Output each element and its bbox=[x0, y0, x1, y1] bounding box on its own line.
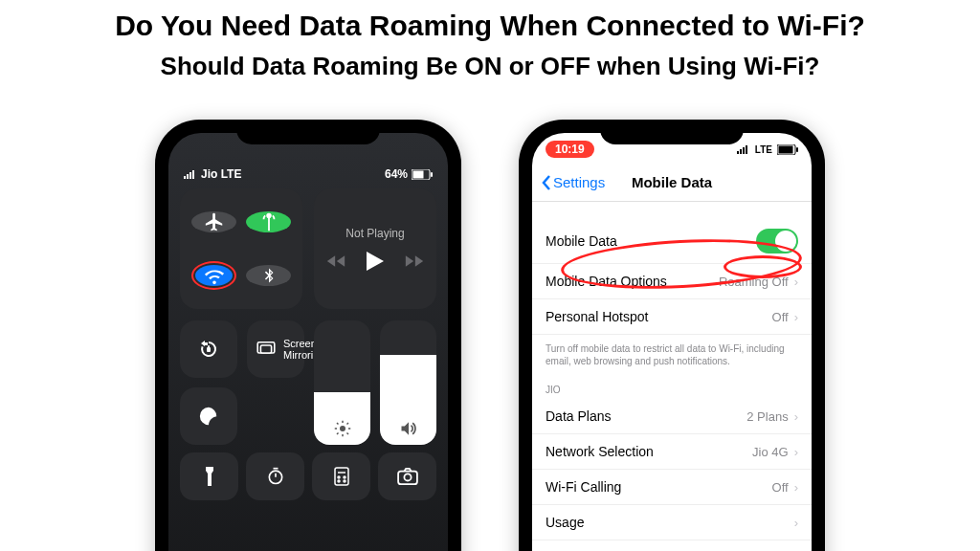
media-tile[interactable]: Not Playing bbox=[314, 188, 436, 309]
signal-icon bbox=[737, 144, 750, 154]
svg-rect-6 bbox=[431, 172, 433, 177]
page-heading-2: Should Data Roaming Be ON or OFF when Us… bbox=[0, 52, 980, 81]
connectivity-tile[interactable] bbox=[180, 188, 302, 309]
svg-line-17 bbox=[337, 433, 339, 435]
svg-line-15 bbox=[337, 423, 339, 425]
row-label: Data Plans bbox=[546, 408, 611, 424]
battery-icon bbox=[412, 169, 433, 180]
row-mobile-data-options[interactable]: Mobile Data Options Roaming Off › bbox=[532, 264, 812, 299]
chevron-right-icon: › bbox=[794, 275, 798, 289]
row-value: 2 Plans bbox=[746, 409, 788, 424]
nav-bar: Settings Mobile Data bbox=[532, 164, 812, 202]
back-label: Settings bbox=[553, 174, 605, 190]
prev-track-icon[interactable] bbox=[326, 254, 345, 268]
row-personal-hotspot[interactable]: Personal Hotspot Off › bbox=[532, 299, 812, 335]
svg-rect-9 bbox=[260, 345, 271, 353]
svg-point-10 bbox=[340, 426, 345, 431]
nav-title: Mobile Data bbox=[632, 174, 712, 190]
row-usage[interactable]: Usage › bbox=[532, 505, 812, 540]
volume-icon bbox=[380, 420, 436, 437]
brightness-slider[interactable] bbox=[314, 320, 370, 445]
chevron-right-icon: › bbox=[794, 445, 798, 459]
svg-rect-31 bbox=[740, 149, 742, 154]
screen-mirroring-button[interactable]: Screen Mirroring bbox=[247, 320, 304, 378]
battery-icon bbox=[777, 144, 798, 155]
row-value: Roaming Off bbox=[719, 275, 789, 289]
row-mobile-data[interactable]: Mobile Data bbox=[532, 219, 812, 264]
row-label: Wi-Fi Calling bbox=[546, 479, 621, 495]
chevron-left-icon bbox=[542, 175, 551, 190]
chevron-right-icon: › bbox=[794, 310, 798, 324]
row-label: Personal Hotspot bbox=[546, 309, 648, 324]
battery-percent: 64% bbox=[385, 167, 408, 181]
row-label: Usage bbox=[546, 515, 584, 530]
svg-point-29 bbox=[404, 474, 411, 480]
left-phone-frame: Jio LTE 64% bbox=[155, 120, 461, 551]
notch bbox=[600, 120, 744, 144]
calculator-button[interactable] bbox=[312, 452, 370, 500]
status-time: 10:19 bbox=[546, 141, 594, 158]
chevron-right-icon: › bbox=[794, 480, 798, 495]
mobile-data-toggle[interactable] bbox=[756, 229, 798, 253]
svg-line-18 bbox=[346, 423, 348, 425]
wifi-button[interactable] bbox=[195, 265, 233, 286]
row-label: Mobile Data bbox=[546, 233, 617, 249]
control-center: Jio LTE 64% bbox=[168, 133, 448, 551]
svg-rect-33 bbox=[746, 145, 747, 154]
camera-button[interactable] bbox=[378, 452, 436, 500]
lte-label: LTE bbox=[755, 144, 772, 155]
page-heading-1: Do You Need Data Roaming When Connected … bbox=[0, 10, 980, 42]
volume-slider[interactable] bbox=[380, 320, 436, 445]
svg-point-25 bbox=[344, 476, 345, 478]
chevron-right-icon: › bbox=[794, 516, 798, 530]
svg-rect-30 bbox=[737, 151, 739, 154]
svg-rect-2 bbox=[189, 172, 191, 179]
svg-rect-22 bbox=[335, 468, 348, 485]
svg-rect-1 bbox=[187, 174, 189, 179]
row-value: Jio 4G bbox=[752, 445, 789, 459]
brightness-icon bbox=[314, 420, 370, 437]
svg-rect-7 bbox=[207, 347, 211, 352]
carrier-label: Jio LTE bbox=[201, 167, 241, 181]
svg-line-16 bbox=[346, 433, 348, 435]
wifi-highlight-ring bbox=[191, 261, 236, 290]
svg-rect-36 bbox=[796, 147, 798, 152]
do-not-disturb-button[interactable] bbox=[180, 387, 237, 445]
next-track-icon[interactable] bbox=[405, 254, 424, 268]
chevron-right-icon: › bbox=[794, 409, 798, 424]
row-value: Off bbox=[772, 480, 789, 495]
bluetooth-button[interactable] bbox=[246, 265, 291, 286]
svg-rect-0 bbox=[184, 176, 186, 179]
back-button[interactable]: Settings bbox=[542, 174, 605, 190]
screen-mirror-icon bbox=[256, 342, 276, 357]
rotation-lock-button[interactable] bbox=[180, 320, 237, 378]
row-label: Network Selection bbox=[546, 444, 654, 459]
settings-screen: 10:19 LTE bbox=[532, 133, 812, 551]
svg-rect-5 bbox=[413, 170, 424, 178]
svg-point-26 bbox=[338, 480, 340, 482]
svg-rect-3 bbox=[192, 170, 194, 179]
svg-point-24 bbox=[338, 476, 340, 478]
timer-button[interactable] bbox=[246, 452, 304, 500]
notch bbox=[236, 120, 380, 144]
svg-rect-32 bbox=[743, 147, 745, 154]
cellular-button[interactable] bbox=[246, 211, 291, 232]
svg-rect-35 bbox=[779, 145, 793, 153]
section-header: JIO bbox=[532, 381, 812, 399]
row-value: Off bbox=[772, 310, 789, 324]
row-label: Mobile Data Options bbox=[546, 274, 667, 289]
airplane-mode-button[interactable] bbox=[191, 211, 236, 232]
play-icon[interactable] bbox=[367, 252, 384, 271]
media-label: Not Playing bbox=[345, 227, 404, 240]
row-data-plans[interactable]: Data Plans 2 Plans › bbox=[532, 399, 812, 434]
footer-note: Turn off mobile data to restrict all dat… bbox=[532, 335, 812, 381]
flashlight-button[interactable] bbox=[180, 452, 238, 500]
right-phone-frame: 10:19 LTE bbox=[519, 120, 825, 551]
row-network-selection[interactable]: Network Selection Jio 4G › bbox=[532, 434, 812, 470]
row-wifi-calling[interactable]: Wi-Fi Calling Off › bbox=[532, 470, 812, 505]
svg-point-27 bbox=[344, 480, 345, 482]
signal-icon bbox=[184, 169, 197, 179]
